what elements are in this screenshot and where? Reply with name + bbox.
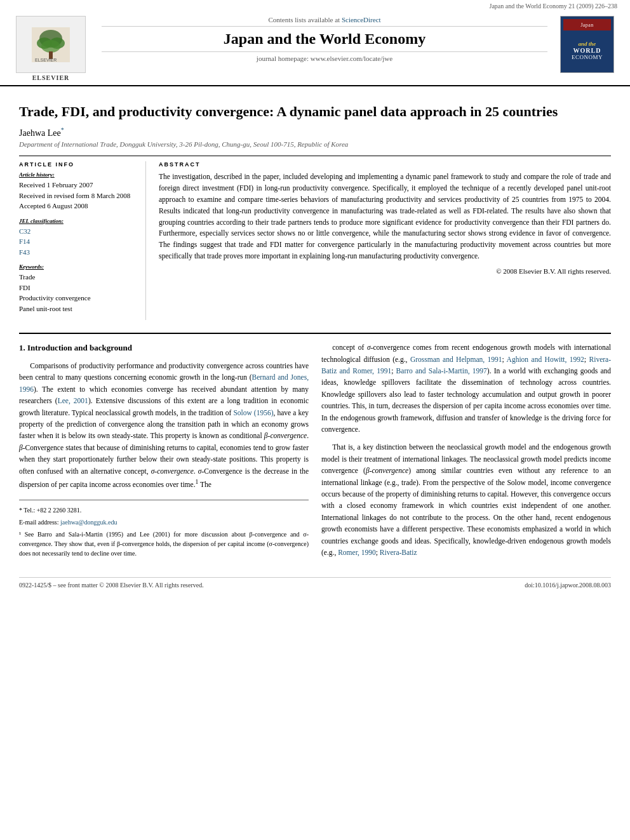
affiliation: Department of International Trade, Dongg…: [19, 140, 611, 148]
keywords: Keywords: Trade FDI Productivity converg…: [19, 263, 136, 314]
svg-point-4: [41, 40, 60, 53]
author-name: Jaehwa Lee*: [19, 126, 611, 138]
jel-label: JEL classification:: [19, 218, 136, 224]
logo-japan-text: and the: [579, 41, 596, 47]
contents-available-line: Contents lists available at ScienceDirec…: [102, 16, 547, 23]
ref-romer-1990[interactable]: Romer, 1990: [338, 549, 376, 556]
journal-header: Japan and the World Economy 21 (2009) 22…: [0, 1, 630, 86]
main-content: Trade, FDI, and productivity convergence…: [0, 86, 630, 601]
ref-solow[interactable]: Solow (1956): [233, 409, 273, 417]
abstract-label: Abstract: [159, 161, 611, 168]
body-para-1: Comparisons of productivity performance …: [19, 360, 309, 490]
article-info-column: Article info Article history: Received 1…: [19, 161, 146, 320]
ref-rivera-batiz-2[interactable]: Rivera-Batiz: [380, 549, 417, 556]
sciencedirect-link[interactable]: ScienceDirect: [342, 16, 381, 23]
accepted-date: Accepted 6 August 2008: [19, 201, 136, 211]
footnote-email-link[interactable]: jaehwa@dongguk.edu: [60, 519, 117, 526]
bottom-bar: 0922-1425/$ – see front matter © 2008 El…: [19, 577, 611, 589]
footnote-area: * Tel.: +82 2 2260 3281. E-mail address:…: [19, 500, 309, 558]
ref-aghion-howitt[interactable]: Aghion and Howitt, 1992: [507, 356, 584, 363]
elsevier-brand-label: ELSEVIER: [32, 74, 70, 81]
header-top-bar: ELSEVIER ELSEVIER Contents lists availab…: [0, 11, 630, 81]
history-label: Article history:: [19, 171, 136, 178]
jel-classification: JEL classification: C32 F14 F43: [19, 218, 136, 258]
doi-line: doi:10.1016/j.japwor.2008.08.003: [525, 582, 611, 589]
body-left-column: 1. Introduction and background Compariso…: [19, 342, 309, 564]
journal-center-header: Contents lists available at ScienceDirec…: [89, 16, 560, 62]
keyword-panel: Panel unit-root test: [19, 303, 136, 314]
received-date: Received 1 February 2007: [19, 180, 136, 190]
journal-citation: Japan and the World Economy 21 (2009) 22…: [0, 1, 630, 11]
journal-cover-thumbnail: Japan and the WORLD ECONOMY: [560, 16, 614, 73]
svg-text:ELSEVIER: ELSEVIER: [35, 58, 57, 62]
ref-barro-sala[interactable]: Barro and Sala-i-Martin, 1997: [396, 367, 487, 375]
citation-text: Japan and the World Economy 21 (2009) 22…: [490, 3, 617, 10]
article-body: 1. Introduction and background Compariso…: [19, 333, 611, 564]
jel-f43[interactable]: F43: [19, 247, 136, 258]
journal-logo-right: Japan and the WORLD ECONOMY: [560, 16, 617, 73]
footnote-email: E-mail address: jaehwa@dongguk.edu: [19, 517, 309, 527]
article-title: Trade, FDI, and productivity convergence…: [19, 103, 611, 121]
jel-f14[interactable]: F14: [19, 236, 136, 247]
footnote-1: ¹ See Barro and Sala-i-Martin (1995) and…: [19, 530, 309, 558]
article-info-row: Article info Article history: Received 1…: [19, 156, 611, 320]
abstract-text: The investigation, described in the pape…: [159, 171, 611, 262]
ref-lee-2001[interactable]: Lee, 2001: [58, 397, 88, 404]
abstract-column: Abstract The investigation, described in…: [159, 161, 611, 320]
article-info-label: Article info: [19, 161, 136, 168]
jel-c32[interactable]: C32: [19, 226, 136, 237]
logo-economy-text: ECONOMY: [572, 54, 603, 60]
section1-heading: 1. Introduction and background: [19, 342, 309, 355]
elsevier-logo-container: ELSEVIER ELSEVIER: [13, 16, 89, 81]
keywords-label: Keywords:: [19, 263, 136, 270]
copyright-line: © 2008 Elsevier B.V. All rights reserved…: [159, 267, 611, 275]
ref-grossman-helpman[interactable]: Grossman and Helpman, 1991: [410, 356, 502, 363]
footnote-star: * Tel.: +82 2 2260 3281.: [19, 505, 309, 515]
body-para-right-2: That is, a key distinction between the n…: [321, 441, 611, 558]
body-para-right-1: concept of σ-convergence comes from rece…: [321, 342, 611, 435]
keyword-productivity: Productivity convergence: [19, 293, 136, 303]
revised-date: Received in revised form 8 March 2008: [19, 190, 136, 201]
body-right-column: concept of σ-convergence comes from rece…: [321, 342, 611, 564]
keyword-trade: Trade: [19, 272, 136, 283]
article-history: Article history: Received 1 February 200…: [19, 171, 136, 211]
elsevier-tree-icon: ELSEVIER: [32, 27, 70, 62]
logo-world-text: WORLD: [573, 47, 601, 54]
journal-homepage: journal homepage: www.elsevier.com/locat…: [102, 55, 547, 62]
keyword-fdi: FDI: [19, 283, 136, 293]
ref-bernard-jones[interactable]: Bernard and Jones, 1996: [19, 373, 309, 392]
elsevier-logo-graphic: ELSEVIER: [16, 16, 86, 73]
issn-line: 0922-1425/$ – see front matter © 2008 El…: [19, 582, 204, 589]
journal-title: Japan and the World Economy: [102, 26, 547, 52]
